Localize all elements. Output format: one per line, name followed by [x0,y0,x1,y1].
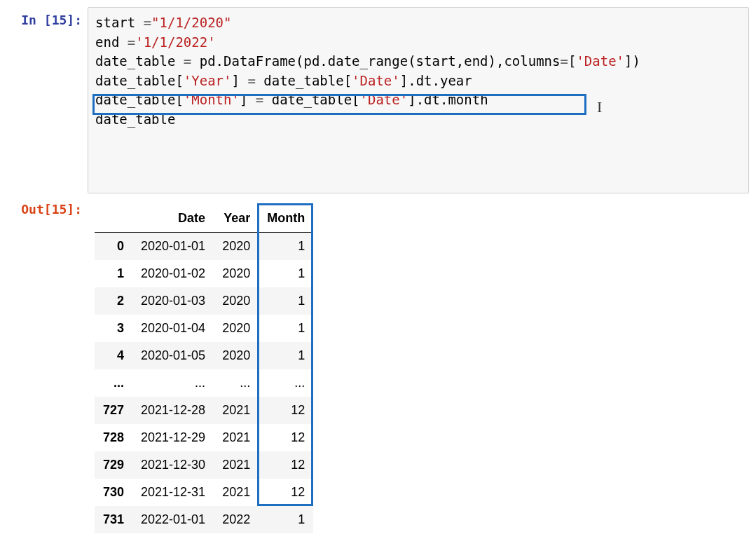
table-row: ............ [95,369,313,397]
cell-year: 2021 [214,479,259,506]
output-cell: Out[15]: DateYearMonth 02020-01-01202011… [7,196,749,537]
code-token: date_table[ [95,73,184,88]
output-prompt: Out[15]: [7,196,88,217]
cell-month: 1 [259,506,313,533]
table-row: 02020-01-0120201 [95,232,313,260]
cell-date: 2020-01-01 [132,232,214,260]
row-index: 1 [95,260,132,287]
column-header-month: Month [259,205,313,233]
code-token: start [95,15,144,30]
cell-month: ... [259,369,313,397]
output-area: DateYearMonth 02020-01-012020112020-01-0… [88,196,749,537]
table-row: 7302021-12-31202112 [95,479,313,506]
cell-date: 2021-12-31 [132,479,214,506]
out-suffix: ]: [67,202,82,217]
code-token: = [561,53,568,69]
code-token: ].dt.year [400,73,472,88]
cell-date: 2022-01-01 [132,506,214,533]
code-token: 'Month' [184,92,240,107]
cell-date: 2021-12-30 [132,451,214,479]
code-token: date_table[ [263,92,359,107]
code-token: ].dt.month [408,92,488,107]
code-token: '1/1/2022' [135,34,215,50]
row-index: 731 [95,506,132,533]
code-token: ] [231,73,247,88]
code-token: pd.DataFrame(pd.date_range(start,end),co… [191,53,560,69]
cell-month: 1 [259,342,313,369]
cell-year: 2021 [214,397,259,424]
table-row: 7312022-01-0120221 [95,506,313,533]
row-index: ... [95,369,132,397]
code-token: date_table [95,111,175,127]
table-row: 7272021-12-28202112 [95,397,313,424]
row-index: 3 [95,315,132,342]
text-cursor-icon: I [597,96,598,113]
cell-year: 2021 [214,451,259,479]
code-token: 'Date' [576,53,624,69]
cell-date: 2020-01-02 [132,260,214,287]
cell-year: 2020 [214,260,259,287]
dataframe-table: DateYearMonth 02020-01-012020112020-01-0… [95,205,313,533]
in-prefix: In [ [21,13,51,27]
cell-date: 2020-01-05 [132,342,214,369]
code-token: = [128,34,135,50]
cell-month: 12 [259,479,313,506]
cell-month: 12 [259,451,313,479]
code-token: = [247,73,255,88]
input-prompt: In [15]: [7,7,88,27]
code-token: 'Date' [360,92,408,107]
row-index: 4 [95,342,132,369]
code-token: date_table[ [95,92,184,107]
code-token: = [256,92,263,107]
cell-year: 2020 [214,287,259,315]
cell-year: 2021 [214,424,259,451]
row-index: 729 [95,451,132,479]
out-exec-count: 15 [52,202,67,217]
column-header-date: Date [132,205,214,233]
code-token: 'Date' [352,73,400,88]
table-row: 42020-01-0520201 [95,342,313,369]
code-token: = [184,53,191,69]
cell-year: 2020 [214,315,259,342]
table-row: 7282021-12-29202112 [95,424,313,451]
cell-date: 2020-01-03 [132,287,214,315]
cell-date: ... [132,369,214,397]
cell-year: ... [214,369,259,397]
cell-date: 2021-12-29 [132,424,214,451]
row-index: 0 [95,232,132,260]
code-token: 'Year' [184,73,232,88]
cell-month: 1 [259,287,313,315]
cell-year: 2020 [214,342,259,369]
cell-date: 2020-01-04 [132,315,214,342]
cell-month: 12 [259,397,313,424]
dataframe-wrap: DateYearMonth 02020-01-012020112020-01-0… [95,205,313,533]
cell-year: 2022 [214,506,259,533]
in-suffix: ]: [67,13,82,27]
table-row: 32020-01-0420201 [95,315,313,342]
table-header-row: DateYearMonth [95,205,313,233]
code-token: date_table [95,53,184,69]
cell-month: 1 [259,315,313,342]
code-token: ]) [624,53,640,69]
index-header [95,205,132,233]
code-token: [ [568,53,576,69]
row-index: 727 [95,397,132,424]
cell-month: 1 [259,260,313,287]
input-cell: In [15]: start ="1/1/2020" end ='1/1/202… [7,7,749,193]
row-index: 2 [95,287,132,315]
cell-year: 2020 [214,232,259,260]
table-row: 12020-01-0220201 [95,260,313,287]
column-header-year: Year [214,205,259,233]
cell-date: 2021-12-28 [132,397,214,424]
code-input[interactable]: start ="1/1/2020" end ='1/1/2022' date_t… [88,7,749,193]
code-token: ] [240,92,256,107]
code-token: "1/1/2020" [151,15,231,30]
cell-month: 12 [259,424,313,451]
table-row: 7292021-12-30202112 [95,451,313,479]
code-token: end [95,34,128,50]
in-exec-count: 15 [52,13,67,27]
code-token: date_table[ [256,73,352,88]
row-index: 728 [95,424,132,451]
table-row: 22020-01-0320201 [95,287,313,315]
row-index: 730 [95,479,132,506]
